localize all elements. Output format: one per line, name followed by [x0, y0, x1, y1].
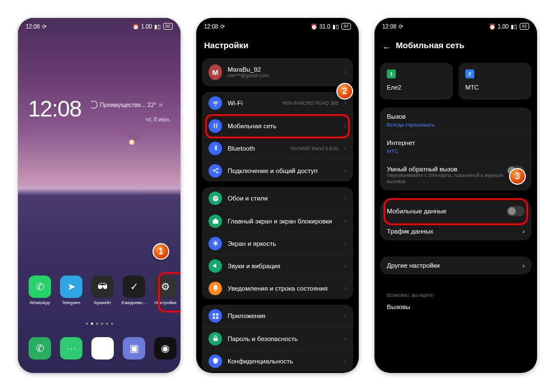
row-label: Wi-Fi [228, 100, 276, 106]
app-gallery[interactable]: ▣ [122, 337, 146, 360]
step-badge-2: 2 [336, 83, 353, 100]
account-name: MaraBu_92 [228, 66, 339, 73]
chevron-right-icon: › [522, 228, 525, 235]
sync-icon: ⟳ [399, 24, 403, 30]
chevron-right-icon: › [344, 284, 346, 292]
settings-row-mobile[interactable]: Мобильная сеть› [202, 114, 353, 137]
suggestions-block: Возможно, вы ищете: Вызовы [380, 287, 531, 316]
signal-icon: ▮▯ [332, 24, 339, 30]
app-phone[interactable]: ✆ [28, 337, 52, 360]
account-row[interactable]: M MaraBu_92 me***@gmail.com › [202, 58, 353, 86]
settings-row-apps[interactable]: Приложения› [202, 305, 353, 327]
row-label: Конфиденциальность [228, 358, 339, 365]
sim-card-1[interactable]: 1 Еле2 [380, 63, 453, 100]
settings-row-wall[interactable]: Обои и стили› [202, 187, 353, 209]
smart-callback-label: Умный обратный вызов [387, 166, 505, 172]
app-label: Ежедневн... [122, 300, 146, 305]
signal-icon: ▮▯ [154, 24, 161, 30]
app-букмейт[interactable]: 🕶Букмейт [91, 276, 114, 305]
row-label: Уведомления и строка состояния [228, 285, 339, 292]
settings-row-notif[interactable]: Уведомления и строка состояния› [202, 277, 353, 299]
phone-home-screen: 12:08⟳ ⏰ 1.00 ▮▯ 82 12:08 Преимуществе..… [18, 18, 181, 373]
highlight-settings-app [158, 272, 181, 312]
settings-list[interactable]: M MaraBu_92 me***@gmail.com › Wi-FiWIN-9… [196, 58, 359, 373]
status-time: 12:08 [26, 24, 40, 30]
svg-rect-11 [216, 316, 218, 319]
page-indicator [18, 323, 181, 325]
app-telegram[interactable]: ➤Telegram [59, 276, 83, 305]
net-speed: 31.0 [320, 24, 330, 30]
svg-rect-9 [216, 313, 218, 315]
other-settings-row[interactable]: Другие настройки › [380, 256, 531, 274]
row-label: Экран и яркость [228, 240, 339, 247]
sim-card-2[interactable]: 2 МТС [459, 63, 531, 100]
account-mail: me***@gmail.com [228, 73, 339, 78]
signal-icon: ▮▯ [511, 24, 517, 30]
app-camera[interactable]: ◉ [154, 337, 177, 360]
chevron-right-icon: › [344, 335, 346, 343]
call-pref-row[interactable]: Вызов Всегда спрашивать [380, 108, 531, 133]
mobile-icon [209, 119, 222, 133]
status-time: 12:08 [382, 24, 396, 30]
dock-row: ✆⋯Y▣◉ [28, 337, 177, 360]
status-bar: 12:08⟳ ⏰ 1.00 ▮▯ 82 [18, 18, 181, 35]
settings-row-home[interactable]: Главный экран и экран блокировки› [202, 209, 353, 232]
app-icon: ✆ [29, 337, 51, 360]
internet-value: МТС [387, 148, 525, 154]
settings-row-bt[interactable]: BluetoothHUAWEI Band 6-E41› [202, 137, 353, 159]
highlight-mobile-data-toggle [383, 198, 528, 225]
status-bar: 12:08⟳ ⏰1.00▮▯82 [374, 18, 537, 35]
app-label: WhatsApp [30, 300, 50, 305]
priv-icon [209, 354, 222, 368]
app-messages[interactable]: ⋯ [59, 337, 83, 360]
apps-row: ✆WhatsApp➤Telegram🕶Букмейт✓Ежедневн...⚙Н… [28, 276, 177, 305]
settings-row-disp[interactable]: Экран и яркость› [202, 232, 353, 254]
svg-point-6 [215, 199, 216, 200]
page-title: Настройки [204, 40, 248, 50]
app-whatsapp[interactable]: ✆WhatsApp [28, 276, 52, 305]
app-icon: ✆ [29, 276, 51, 298]
chevron-right-icon: › [344, 262, 346, 270]
call-label: Вызов [387, 113, 525, 120]
wifi-icon [209, 96, 222, 110]
net-speed: 1.00 [141, 24, 152, 30]
settings-row-snd[interactable]: Звуки и вибрация› [202, 254, 353, 277]
weather-widget[interactable]: Преимуществе... 22° ⠶ [90, 101, 163, 109]
apps-icon [209, 309, 222, 323]
svg-point-4 [214, 197, 215, 198]
app-icon: ➤ [60, 276, 82, 298]
battery-indicator: 82 [520, 23, 529, 30]
status-time: 12:08 [204, 24, 218, 30]
settings-row-priv[interactable]: Конфиденциальность› [202, 349, 353, 372]
clock-widget[interactable]: 12:08 [28, 96, 81, 122]
share-icon [209, 164, 222, 178]
step-badge-3: 3 [509, 168, 526, 185]
wallpaper [18, 18, 181, 373]
row-value: HUAWEI Band 6-E41 [290, 146, 339, 151]
call-value: Всегда спрашивать [387, 122, 525, 128]
settings-row-wifi[interactable]: Wi-FiWIN-9A8CRG7IG4Q 385› [202, 92, 353, 114]
avatar: M [209, 64, 222, 80]
row-value: WIN-9A8CRG7IG4Q 385 [282, 100, 339, 106]
app-yandex[interactable]: Y [91, 337, 114, 360]
app-ежедневн...[interactable]: ✓Ежедневн... [122, 276, 146, 305]
weather-text: Преимуществе... 22° [100, 101, 156, 108]
svg-point-7 [214, 242, 216, 245]
row-label: Bluetooth [228, 145, 285, 152]
phone-mobile-network-screen: 12:08⟳ ⏰1.00▮▯82 ← Мобильная сеть 1 Еле2… [374, 18, 537, 373]
back-button[interactable]: ← [382, 43, 391, 53]
suggestion-calls[interactable]: Вызовы [387, 304, 525, 310]
settings-row-share[interactable]: Подключение и общий доступ› [202, 159, 353, 181]
internet-label: Интернет [387, 139, 525, 146]
internet-pref-row[interactable]: Интернет МТС [380, 133, 531, 160]
app-label: Букмейт [94, 300, 112, 305]
sim-badge-1: 1 [387, 69, 396, 78]
settings-row-sec[interactable]: Пароль и безопасность› [202, 327, 353, 349]
chevron-right-icon: › [344, 194, 346, 202]
app-icon: ⋯ [60, 337, 82, 360]
wall-icon [209, 192, 222, 205]
date-text: чт, 8 июн. [146, 116, 170, 123]
smart-callback-desc: Перезванивайте с SIM-карты, показанной в… [387, 172, 505, 185]
svg-rect-12 [213, 338, 218, 340]
battery-indicator: 82 [163, 23, 173, 30]
